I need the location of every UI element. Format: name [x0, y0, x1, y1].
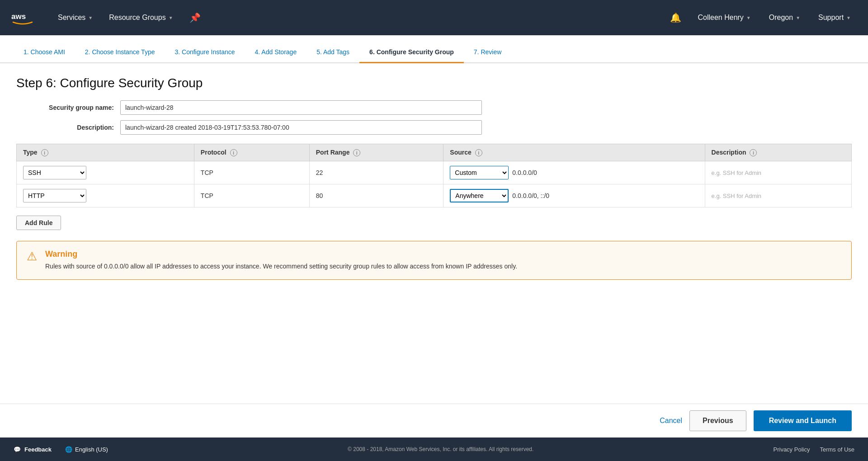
- user-chevron-icon: ▼: [746, 15, 751, 20]
- footer-links: Privacy Policy Terms of Use: [774, 446, 855, 453]
- col-source: Source i: [443, 144, 705, 161]
- tab-choose-instance-type[interactable]: 2. Choose Instance Type: [75, 48, 165, 63]
- terms-of-use-link[interactable]: Terms of Use: [820, 446, 854, 453]
- row1-description-cell: e.g. SSH for Admin: [705, 161, 851, 184]
- actions-bar: Cancel Previous Review and Launch: [0, 404, 868, 437]
- row1-description-placeholder: e.g. SSH for Admin: [712, 169, 762, 176]
- description-label: Description:: [16, 124, 120, 131]
- row2-description-placeholder: e.g. SSH for Admin: [712, 193, 762, 199]
- navbar-right: 🔔 Colleen Henry ▼ Oregon ▼ Support ▼: [664, 0, 859, 35]
- warning-content: Warning Rules with source of 0.0.0.0/0 a…: [45, 249, 517, 271]
- bookmark-icon[interactable]: 📌: [181, 0, 209, 35]
- table-row: HTTP SSH HTTPS Custom TCP All traffic TC…: [17, 184, 852, 207]
- support-menu[interactable]: Support ▼: [810, 0, 859, 35]
- rules-table: Type i Protocol i Port Range i Source i …: [16, 144, 852, 207]
- type-info-icon[interactable]: i: [41, 149, 48, 156]
- row2-protocol-cell: TCP: [194, 184, 309, 207]
- svg-text:aws: aws: [11, 12, 26, 21]
- page-title: Step 6: Configure Security Group: [16, 76, 852, 90]
- row2-type-cell: HTTP SSH HTTPS Custom TCP All traffic: [17, 184, 194, 207]
- col-port-range: Port Range i: [309, 144, 443, 161]
- services-chevron-icon: ▼: [88, 15, 93, 20]
- warning-icon: ⚠: [27, 249, 37, 263]
- tab-add-tags[interactable]: 5. Add Tags: [307, 48, 359, 63]
- resource-groups-menu[interactable]: Resource Groups ▼: [101, 0, 181, 35]
- wizard-tabs: 1. Choose AMI 2. Choose Instance Type 3.…: [0, 35, 868, 63]
- copyright-text: © 2008 - 2018, Amazon Web Services, Inc.…: [108, 446, 774, 452]
- row1-type-cell: SSH HTTP HTTPS Custom TCP All traffic: [17, 161, 194, 184]
- col-protocol: Protocol i: [194, 144, 309, 161]
- row1-port-cell: 22: [309, 161, 443, 184]
- row1-source-select[interactable]: Custom Anywhere My IP: [450, 166, 509, 179]
- tab-review[interactable]: 7. Review: [464, 48, 511, 63]
- services-menu[interactable]: Services ▼: [50, 0, 101, 35]
- user-menu[interactable]: Colleen Henry ▼: [689, 0, 759, 35]
- description-info-icon[interactable]: i: [750, 149, 757, 156]
- privacy-policy-link[interactable]: Privacy Policy: [774, 446, 810, 453]
- notifications-icon[interactable]: 🔔: [664, 12, 688, 23]
- support-chevron-icon: ▼: [846, 15, 851, 20]
- warning-text: Rules with source of 0.0.0.0/0 allow all…: [45, 262, 517, 271]
- sg-name-row: Security group name:: [16, 100, 852, 115]
- sg-name-label: Security group name:: [16, 104, 120, 111]
- warning-title: Warning: [45, 249, 517, 259]
- tab-choose-ami[interactable]: 1. Choose AMI: [14, 48, 75, 63]
- port-info-icon[interactable]: i: [353, 149, 360, 156]
- source-info-icon[interactable]: i: [475, 149, 482, 156]
- table-row: SSH HTTP HTTPS Custom TCP All traffic TC…: [17, 161, 852, 184]
- add-rule-button[interactable]: Add Rule: [16, 216, 61, 230]
- row2-source-cell: Anywhere Custom My IP 0.0.0.0/0, ::/0: [443, 184, 705, 207]
- row1-protocol-cell: TCP: [194, 161, 309, 184]
- previous-button[interactable]: Previous: [689, 410, 746, 431]
- review-launch-button[interactable]: Review and Launch: [754, 410, 852, 431]
- row1-source-cell: Custom Anywhere My IP 0.0.0.0/0: [443, 161, 705, 184]
- feedback-icon: 💬: [14, 446, 21, 453]
- row1-type-select[interactable]: SSH HTTP HTTPS Custom TCP All traffic: [23, 166, 86, 179]
- cancel-button[interactable]: Cancel: [660, 417, 682, 425]
- region-menu[interactable]: Oregon ▼: [761, 0, 808, 35]
- col-type: Type i: [17, 144, 194, 161]
- footer: 💬 Feedback 🌐 English (US) © 2008 - 2018,…: [0, 437, 868, 461]
- region-chevron-icon: ▼: [796, 15, 800, 20]
- col-description: Description i: [705, 144, 851, 161]
- description-input[interactable]: [120, 120, 482, 135]
- language-selector[interactable]: 🌐 English (US): [65, 446, 108, 453]
- main-content: Step 6: Configure Security Group Securit…: [0, 63, 868, 404]
- feedback-button[interactable]: 💬 Feedback: [14, 446, 52, 453]
- warning-box: ⚠ Warning Rules with source of 0.0.0.0/0…: [16, 241, 852, 280]
- resource-groups-chevron-icon: ▼: [169, 15, 173, 20]
- row2-type-select[interactable]: HTTP SSH HTTPS Custom TCP All traffic: [23, 189, 86, 202]
- row2-source-select[interactable]: Anywhere Custom My IP: [450, 189, 509, 202]
- row2-cidr: 0.0.0.0/0, ::/0: [512, 192, 549, 199]
- protocol-info-icon[interactable]: i: [230, 149, 237, 156]
- tab-configure-security-group[interactable]: 6. Configure Security Group: [359, 48, 464, 63]
- description-row: Description:: [16, 120, 852, 135]
- row2-description-cell: e.g. SSH for Admin: [705, 184, 851, 207]
- navbar: aws Services ▼ Resource Groups ▼ 📌 🔔 Col…: [0, 0, 868, 35]
- tab-add-storage[interactable]: 4. Add Storage: [245, 48, 307, 63]
- sg-name-input[interactable]: [120, 100, 482, 115]
- row2-port-cell: 80: [309, 184, 443, 207]
- row1-cidr: 0.0.0.0/0: [512, 169, 537, 176]
- globe-icon: 🌐: [65, 446, 72, 453]
- tab-configure-instance[interactable]: 3. Configure Instance: [165, 48, 245, 63]
- aws-logo[interactable]: aws: [9, 9, 36, 26]
